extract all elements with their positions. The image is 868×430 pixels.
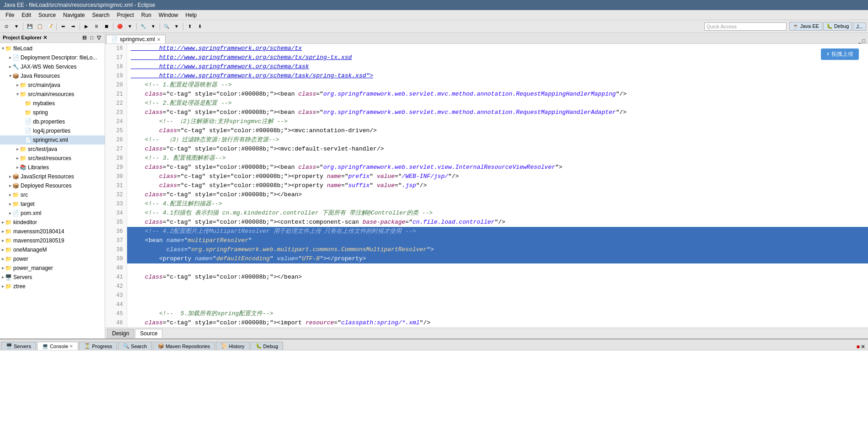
menu-source[interactable]: Source — [35, 11, 59, 19]
tree-item-springmvc-xml[interactable]: 📄springmvc.xml — [0, 135, 105, 145]
menu-project[interactable]: Project — [113, 11, 137, 19]
menu-file[interactable]: File — [2, 11, 18, 19]
tree-item-src-main-resources[interactable]: ▾📁src/main/resources — [0, 90, 105, 99]
perspective-java-ee[interactable]: ☕ Java EE — [789, 22, 822, 31]
tree-item-javascript-resources[interactable]: ▸📦JavaScript Resources — [0, 172, 105, 181]
pe-max-btn[interactable]: □ — [89, 34, 95, 41]
line-content-38[interactable]: class="org.springframework.web.multipart… — [127, 245, 868, 254]
line-content-44[interactable] — [127, 300, 868, 309]
line-content-17[interactable]: http://www.springframework.org/schema/tx… — [127, 53, 868, 62]
tree-item-Servers[interactable]: ▸🖥️Servers — [0, 273, 105, 282]
line-content-28[interactable]: <!-- 3. 配置视图解析器--> — [127, 154, 868, 163]
tree-item-src-main-java[interactable]: ▸📁src/main/java — [0, 81, 105, 90]
line-content-24[interactable]: <!-- （2)注解驱动:支持springmvc注解 --> — [127, 117, 868, 126]
tree-arrow-power_manager[interactable]: ▸ — [2, 264, 4, 272]
tree-arrow-target[interactable]: ▸ — [9, 200, 11, 208]
tree-item-db-properties[interactable]: 📄db.properties — [0, 117, 105, 126]
line-content-29[interactable]: class="c-tag" style="color:#00008b;"><be… — [127, 163, 868, 172]
tree-arrow-mavenssm20180519[interactable]: ▸ — [2, 236, 4, 245]
menu-navigate[interactable]: Navigate — [59, 11, 88, 19]
tree-arrow-src[interactable]: ▸ — [9, 191, 11, 199]
tree-arrow-javascript-resources[interactable]: ▸ — [9, 172, 11, 181]
tree-item-spring[interactable]: 📁spring — [0, 108, 105, 117]
menu-search[interactable]: Search — [88, 11, 113, 19]
tree-item-java-resources[interactable]: ▾📦Java Resources — [0, 71, 105, 81]
editor-tab-close[interactable]: ✕ — [157, 37, 161, 42]
toolbar-btn-13[interactable]: 🔧 — [139, 22, 148, 31]
line-content-46[interactable]: class="c-tag" style="color:#00008b;"><im… — [127, 318, 868, 328]
tree-arrow-kindeditor[interactable]: ▸ — [2, 218, 4, 226]
toolbar-btn-4[interactable]: 📋 — [35, 22, 44, 31]
tree-item-mavenssm20180519[interactable]: ▸📁mavenssm20180519 — [0, 236, 105, 245]
tree-item-power[interactable]: ▸📁power — [0, 254, 105, 263]
tree-item-libraries[interactable]: ▸📚Libraries — [0, 163, 105, 172]
line-content-25[interactable]: class="c-tag" style="color:#00008b;"><mv… — [127, 126, 868, 135]
bottom-panel-close[interactable]: ✕ — [861, 344, 865, 350]
pe-collapse-btn[interactable]: ⊟ — [81, 34, 88, 41]
tree-arrow-src-main-java[interactable]: ▸ — [16, 81, 19, 89]
tree-item-mybaties[interactable]: 📁mybaties — [0, 99, 105, 108]
source-tab[interactable]: Source — [135, 329, 162, 338]
tree-item-ztree[interactable]: ▸📁ztree — [0, 282, 105, 291]
line-content-37[interactable]: <bean name="multipartResolver" — [127, 236, 868, 245]
line-content-20[interactable]: <!-- 1.配置处理器映射器 --> — [127, 81, 868, 90]
line-content-22[interactable]: <!-- 2.配置处理器是配置 --> — [127, 99, 868, 108]
bottom-tab-maven[interactable]: 📦 Maven Repositories — [153, 342, 215, 350]
line-content-40[interactable] — [127, 263, 868, 273]
toolbar-btn-18[interactable]: ⬇ — [195, 22, 204, 31]
tree-arrow-deployed-resources[interactable]: ▸ — [9, 182, 11, 190]
menu-run[interactable]: Run — [138, 11, 155, 19]
tree-item-fileLoad[interactable]: ▾📁fileLoad — [0, 44, 105, 53]
toolbar-btn-7[interactable]: ➡ — [69, 22, 78, 31]
line-content-26[interactable]: <!-- （3）过滤静态资源:放行所有静态资源--> — [127, 135, 868, 145]
toolbar-btn-8[interactable]: ▶ — [82, 22, 91, 31]
bottom-tab-progress[interactable]: ⏳ Progress — [79, 342, 117, 350]
tree-item-pom-xml[interactable]: ▸📄pom.xml — [0, 209, 105, 218]
tree-arrow-oneManageM[interactable]: ▸ — [2, 246, 4, 254]
tree-item-log4j-properties[interactable]: 📄log4j.properties — [0, 126, 105, 135]
bottom-tab-servers[interactable]: 🖥️ Servers — [1, 342, 36, 350]
tree-item-src[interactable]: ▸📁src — [0, 190, 105, 199]
line-content-21[interactable]: class="c-tag" style="color:#00008b;"><be… — [127, 90, 868, 99]
tree-arrow-pom-xml[interactable]: ▸ — [9, 209, 11, 217]
perspective-jav[interactable]: J... — [853, 22, 866, 31]
tree-arrow-src-test-resources[interactable]: ▸ — [16, 154, 19, 162]
bottom-tab-search[interactable]: 🔍 Search — [118, 342, 152, 350]
toolbar-btn-11[interactable]: 🔴 — [115, 22, 124, 31]
tree-item-target[interactable]: ▸📁target — [0, 199, 105, 209]
toolbar-btn-2[interactable]: ▼ — [12, 22, 21, 31]
toolbar-btn-17[interactable]: ⬆ — [185, 22, 194, 31]
line-content-34[interactable]: <!-- 4.1扫描包 表示扫描 cn.mg.kindeditor.contro… — [127, 209, 868, 218]
tree-arrow-src-main-resources[interactable]: ▾ — [16, 90, 19, 98]
toolbar-btn-5[interactable]: 📝 — [45, 22, 54, 31]
toolbar-btn-3[interactable]: 💾 — [25, 22, 34, 31]
line-content-41[interactable]: class="c-tag" style="color:#00008b;"></b… — [127, 273, 868, 282]
toolbar-btn-6[interactable]: ⬅ — [59, 22, 68, 31]
toolbar-btn-1[interactable]: ⊙ — [2, 22, 11, 31]
bottom-tab-debug[interactable]: 🐛 Debug — [251, 342, 283, 350]
tree-item-deployed-resources[interactable]: ▸📦Deployed Resources — [0, 181, 105, 190]
line-content-18[interactable]: http://www.springframework.org/schema/ta… — [127, 62, 868, 71]
tree-arrow-power[interactable]: ▸ — [2, 255, 4, 263]
tree-arrow-mavenssm20180414[interactable]: ▸ — [2, 227, 4, 236]
console-close[interactable]: ✕ — [70, 344, 73, 349]
tree-arrow-jax-ws[interactable]: ▸ — [9, 63, 11, 71]
toolbar-btn-14[interactable]: ▼ — [149, 22, 158, 31]
editor-area-max[interactable]: □ — [862, 38, 865, 43]
line-content-32[interactable]: class="c-tag" style="color:#00008b;"></b… — [127, 190, 868, 199]
tree-arrow-ztree[interactable]: ▸ — [2, 282, 4, 290]
toolbar-btn-12[interactable]: ▼ — [125, 22, 134, 31]
line-content-23[interactable]: class="c-tag" style="color:#00008b;"><be… — [127, 108, 868, 117]
pe-menu-btn[interactable]: ▽ — [96, 34, 102, 41]
line-content-19[interactable]: http://www.springframework.org/schema/ta… — [127, 71, 868, 81]
tree-arrow-libraries[interactable]: ▸ — [16, 163, 19, 172]
tree-item-kindeditor[interactable]: ▸📁kindeditor — [0, 218, 105, 227]
tree-item-src-test-resources[interactable]: ▸📁src/test/resources — [0, 154, 105, 163]
line-content-35[interactable]: class="c-tag" style="color:#00008b;"><co… — [127, 218, 868, 227]
tree-arrow-java-resources[interactable]: ▾ — [9, 72, 11, 80]
tree-arrow-src-test-java[interactable]: ▸ — [16, 145, 19, 153]
upload-button[interactable]: ⬆ 拓拽上传 — [821, 48, 859, 60]
bottom-panel-stop[interactable]: ■ — [857, 344, 860, 350]
line-content-43[interactable] — [127, 291, 868, 300]
line-content-16[interactable]: http://www.springframework.org/schema/tx — [127, 44, 868, 53]
